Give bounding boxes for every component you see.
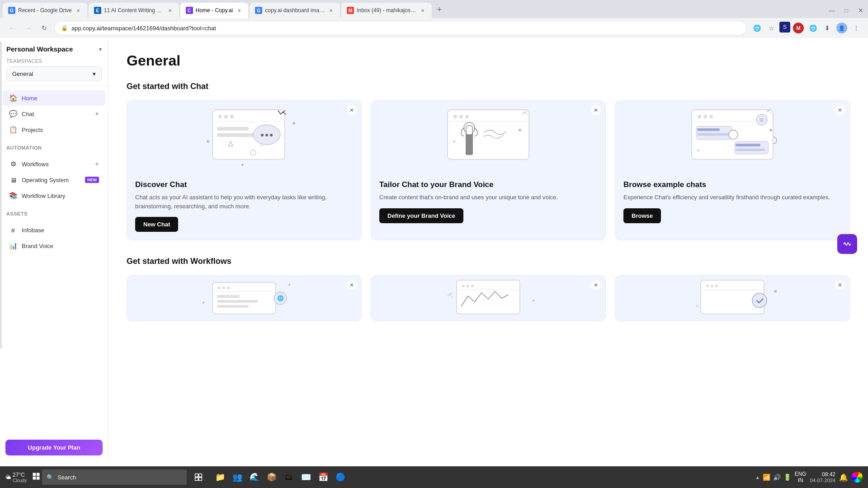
edge-icon[interactable]: 🌊 <box>246 469 263 485</box>
floating-ai-button[interactable] <box>837 234 857 254</box>
tab-close-icon[interactable]: ✕ <box>327 7 335 14</box>
windows-logo-icon <box>32 472 40 480</box>
tab-copy-ai-image[interactable]: G copy.ai dashboard image - Go... ✕ <box>250 3 340 18</box>
minimize-button[interactable]: — <box>825 3 839 18</box>
svg-point-29 <box>709 115 713 118</box>
tab-gmail[interactable]: M Inbox (49) - mahikajoshi875@... ✕ <box>341 3 432 18</box>
svg-point-8 <box>261 134 264 136</box>
browse-chats-body: Browse example chats Experience Chat's e… <box>615 173 849 231</box>
new-chat-button[interactable]: New Chat <box>135 217 178 232</box>
workspace-arrow-icon: ▾ <box>99 46 102 52</box>
workspace-selector[interactable]: Personal Workspace ▾ <box>6 45 102 53</box>
time-text: 08:42 <box>810 471 835 478</box>
task-view-button[interactable] <box>190 469 207 485</box>
tab-favicon: G <box>8 7 15 14</box>
tab-close-icon[interactable]: ✕ <box>419 7 426 14</box>
workflow-illustration-3 <box>615 276 849 321</box>
download-icon[interactable]: ⬇ <box>821 22 834 34</box>
workflow-illustration-1: 🌐 <box>127 276 361 321</box>
mail-icon[interactable]: ✉️ <box>298 469 314 485</box>
svg-rect-5 <box>217 127 249 131</box>
teamspace-arrow-icon: ▾ <box>93 70 96 77</box>
svg-point-9 <box>265 134 268 136</box>
workflow-card-1: ✕ 🌐 <box>127 275 362 321</box>
tab-ai-tools[interactable]: E 11 AI Content Writing Tools in 2 ✕ <box>89 3 179 18</box>
chrome-icon[interactable]: 🔵 <box>332 469 349 485</box>
file-explorer-icon[interactable]: 📁 <box>212 469 228 485</box>
sidebar-item-chat[interactable]: 💬 Chat + <box>3 106 105 122</box>
svg-point-56 <box>467 285 469 287</box>
tab-close-icon[interactable]: ✕ <box>166 7 174 14</box>
sidebar-item-workflow-library[interactable]: 📚 Workflow Library <box>3 188 105 203</box>
svg-rect-47 <box>217 295 240 298</box>
forward-button[interactable]: → <box>22 22 34 34</box>
tray-chevron-icon[interactable]: ▲ <box>755 475 760 480</box>
bookmark-icon[interactable]: ☆ <box>765 22 778 34</box>
folder2-icon[interactable]: 🗂 <box>281 469 297 485</box>
address-bar[interactable]: 🔒 app.copy.ai/teamspace/14621694/dashboa… <box>54 21 747 35</box>
teamspaces-label: Teamspaces <box>6 58 102 64</box>
svg-point-28 <box>703 115 707 118</box>
workflow-svg-1: 🌐 <box>176 276 312 321</box>
tab-copy-ai[interactable]: C Home - Copy.ai ✕ <box>180 3 248 18</box>
color-wheel-widget[interactable] <box>852 472 863 483</box>
new-tab-button[interactable]: ＋ <box>433 3 446 15</box>
chat-icon: 💬 <box>9 110 17 118</box>
sidebar-scrollbar[interactable] <box>0 42 2 349</box>
calendar-icon[interactable]: 📅 <box>315 469 331 485</box>
app-container: Personal Workspace ▾ Teamspaces General … <box>0 38 868 463</box>
assets-section: # Infobase 📊 Brand Voice <box>0 218 108 258</box>
dropbox-icon[interactable]: 📦 <box>264 469 280 485</box>
back-button[interactable]: ← <box>5 22 18 34</box>
card-close-2[interactable]: ✕ <box>591 105 601 115</box>
browse-chats-svg: ☺ <box>665 101 800 173</box>
chat-label: Chat <box>22 111 90 117</box>
reload-button[interactable]: ↻ <box>38 22 51 34</box>
notification-icon[interactable]: 🔔 <box>839 473 848 482</box>
maximize-button[interactable]: □ <box>839 3 854 18</box>
sidebar-item-operating-system[interactable]: 🖥 Operating System NEW <box>3 172 105 188</box>
time-display: 08:42 04-07-2024 <box>810 471 835 483</box>
sidebar-item-workflows[interactable]: ⚙ Workflows + <box>3 156 105 172</box>
tray-icons: ▲ 📶 🔊 🔋 <box>755 474 791 481</box>
add-chat-icon[interactable]: + <box>95 110 99 118</box>
sidebar-item-projects[interactable]: 📋 Projects <box>3 122 105 137</box>
workflow-card-close-2[interactable]: ✕ <box>591 280 601 290</box>
svg-point-62 <box>711 285 713 287</box>
weather-widget: 🌥 27°C Cloudy <box>5 472 27 483</box>
close-button[interactable]: ✕ <box>854 3 868 18</box>
workflow-card-close-3[interactable]: ✕ <box>835 280 845 290</box>
svg-rect-67 <box>33 473 36 476</box>
extension2-icon[interactable]: 🌐 <box>807 22 819 34</box>
workflow-card-close-1[interactable]: ✕ <box>347 280 357 290</box>
tab-google-drive[interactable]: G Recent - Google Drive ✕ <box>3 3 87 18</box>
volume-icon[interactable]: 🔊 <box>773 474 781 481</box>
teamspace-dropdown[interactable]: General ▾ <box>6 66 102 81</box>
svg-point-43 <box>218 286 221 289</box>
add-workflow-icon[interactable]: + <box>95 160 99 168</box>
sidebar-item-home[interactable]: 🏠 Home <box>3 90 105 106</box>
start-button[interactable] <box>32 472 40 482</box>
extensions-icon[interactable]: S <box>779 22 790 33</box>
browse-button[interactable]: Browse <box>623 208 661 223</box>
upgrade-button[interactable]: Upgrade Your Plan <box>5 440 103 455</box>
taskbar-search[interactable]: 🔍 Search <box>42 469 187 485</box>
menu-icon[interactable]: ⋮ <box>850 22 863 34</box>
svg-point-53 <box>288 284 290 286</box>
sidebar-item-brand-voice[interactable]: 📊 Brand Voice <box>3 238 105 253</box>
define-brand-voice-button[interactable]: Define your Brand Voice <box>379 208 463 223</box>
translate-icon[interactable]: 🌐 <box>750 22 763 34</box>
sidebar-item-infobase[interactable]: # Infobase <box>3 222 105 238</box>
svg-point-40 <box>769 129 772 131</box>
profile2-icon[interactable]: 👤 <box>835 22 848 34</box>
card-close-3[interactable]: ✕ <box>835 105 845 115</box>
card-close-1[interactable]: ✕ <box>347 105 357 115</box>
teams-icon[interactable]: 👥 <box>229 469 245 485</box>
profile-icon[interactable]: M <box>792 22 805 34</box>
tab-close-icon[interactable]: ✕ <box>236 7 243 14</box>
svg-rect-72 <box>199 474 202 477</box>
battery-icon[interactable]: 🔋 <box>783 474 791 481</box>
taskbar: 🌥 27°C Cloudy 🔍 Search 📁 <box>0 466 868 488</box>
network-icon[interactable]: 📶 <box>763 474 770 481</box>
tab-close-icon[interactable]: ✕ <box>75 7 82 14</box>
